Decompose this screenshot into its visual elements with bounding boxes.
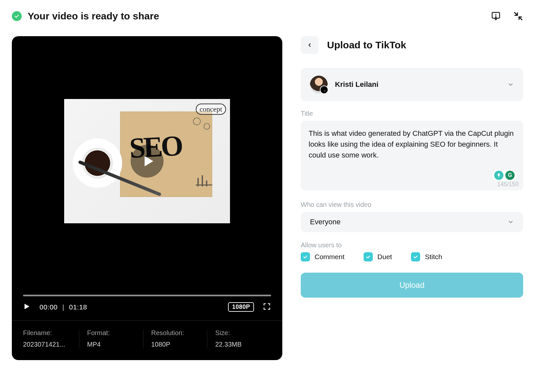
title-box: G 145/150 [301,121,523,190]
checkbox-duet-label: Duet [377,253,392,261]
meta-filename-label: Filename: [23,329,72,337]
view-selected-value: Everyone [310,218,341,226]
meta-resolution: Resolution: 1080P [151,329,208,348]
page-title: Your video is ready to share [28,11,159,22]
avatar: ♪ [310,76,328,93]
check-icon [364,252,373,261]
minimize-icon[interactable] [513,11,523,21]
header-actions [491,11,523,21]
meta-filename-value: 2023071421... [23,341,65,348]
video-controls: 00:00 | 01:18 1080P [12,286,282,320]
checkbox-stitch-label: Stitch [425,253,442,261]
svg-point-2 [496,17,496,17]
chevron-down-icon [507,219,514,225]
video-play-button[interactable] [131,145,164,178]
thumb-concept-text: concept [196,104,226,115]
view-privacy-selector[interactable]: Everyone [301,212,523,232]
meta-format-label: Format: [87,329,137,337]
checkbox-comment-label: Comment [315,253,344,261]
time-total: 01:18 [69,303,87,311]
svg-marker-6 [25,304,30,309]
upload-panel-title: Upload to TikTok [327,39,406,51]
grammar-assist-pill[interactable]: G [492,169,517,181]
resolution-pill[interactable]: 1080P [228,302,254,312]
play-icon[interactable] [23,303,30,311]
title-label: Title [301,110,523,117]
meta-format: Format: MP4 [87,329,143,348]
allow-label: Allow users to [301,241,523,249]
timecode: 00:00 | 01:18 [39,303,87,311]
check-icon [411,252,420,261]
page-header: Your video is ready to share [12,11,523,22]
char-count: 145/150 [497,181,519,188]
checkbox-duet[interactable]: Duet [364,252,392,261]
chevron-down-icon [507,81,514,88]
success-check-icon [12,11,22,21]
account-selector[interactable]: ♪ Kristi Leilani [301,68,523,101]
header-left: Your video is ready to share [12,11,159,22]
feedback-icon[interactable] [491,11,501,21]
upload-button[interactable]: Upload [301,273,523,298]
checkbox-stitch[interactable]: Stitch [411,252,442,261]
video-scrubber[interactable] [23,295,271,296]
meta-size: Size: 22.33MB [215,329,271,348]
title-input[interactable] [309,128,515,177]
meta-resolution-label: Resolution: [151,329,201,337]
allow-checkboxes: Comment Duet Stitch [301,252,523,261]
bulb-icon [494,171,503,180]
video-meta: Filename: 2023071421... Format: MP4 Reso… [12,320,282,360]
video-panel: concept SEO 00:00 | 01:18 [12,36,282,360]
account-name: Kristi Leilani [335,80,378,89]
view-label: Who can view this video [301,201,523,208]
check-icon [301,252,310,261]
back-button[interactable] [301,36,318,54]
fullscreen-icon[interactable] [263,302,271,312]
svg-marker-5 [145,156,153,166]
grammarly-icon: G [505,171,515,180]
time-current: 00:00 [39,303,58,311]
upload-panel: Upload to TikTok ♪ Kristi Leilani Title … [301,36,523,298]
meta-filename: Filename: 2023071421... [23,329,79,348]
video-stage: concept SEO [12,36,282,286]
meta-size-value: 22.33MB [215,341,242,348]
tiktok-badge-icon: ♪ [322,88,327,93]
meta-resolution-value: 1080P [151,341,170,348]
meta-format-value: MP4 [87,341,101,348]
meta-size-label: Size: [215,329,265,337]
checkbox-comment[interactable]: Comment [301,252,344,261]
